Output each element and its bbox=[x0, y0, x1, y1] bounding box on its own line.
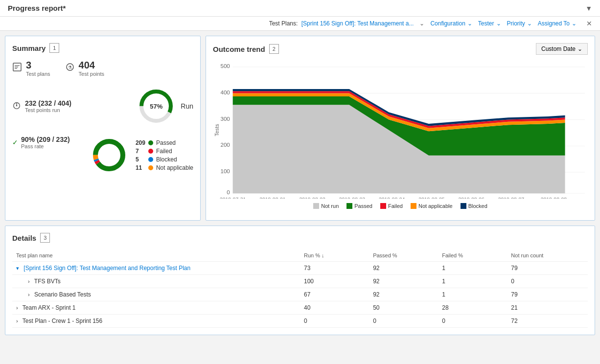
details-table: Test plan name Run % ↓ Passed % Failed %… bbox=[12, 250, 588, 328]
summary-title: Summary bbox=[12, 44, 46, 52]
legend-not-run: Not run bbox=[313, 203, 339, 209]
trend-title: Outcome trend bbox=[213, 45, 265, 53]
svg-text:2019-08-03: 2019-08-03 bbox=[339, 197, 366, 199]
summary-stats: 3 Test plans ⚗ 404 Test points bbox=[12, 60, 193, 77]
row-not-run: 72 bbox=[507, 315, 588, 328]
pass-rate-value: 90% (209 / 232) bbox=[21, 136, 70, 143]
filter-icon[interactable]: ▼ bbox=[585, 4, 592, 12]
top-panels: Summary 1 3 Test plans ⚗ bbox=[5, 36, 595, 221]
row-failed-pct: 1 bbox=[438, 288, 507, 301]
svg-text:2019-08-02: 2019-08-02 bbox=[299, 197, 325, 199]
test-points-label: Test points bbox=[79, 71, 105, 77]
row-run-pct: 73 bbox=[300, 262, 369, 275]
svg-text:100: 100 bbox=[220, 169, 230, 175]
page-title: Progress report* bbox=[8, 4, 66, 12]
summary-panel: Summary 1 3 Test plans ⚗ bbox=[5, 36, 201, 221]
summary-pass-section: ✓ 90% (209 / 232) Pass rate bbox=[12, 136, 193, 175]
expand-icon[interactable]: › bbox=[28, 278, 30, 284]
custom-date-button[interactable]: Custom Date ⌄ bbox=[536, 43, 588, 55]
chevron-down-icon: ⌄ bbox=[577, 46, 582, 52]
row-passed-pct: 92 bbox=[369, 262, 438, 275]
test-plans-icon bbox=[12, 62, 22, 74]
run-label: Run bbox=[181, 102, 193, 110]
summary-number: 1 bbox=[49, 43, 59, 53]
legend-failed-trend: Failed bbox=[380, 203, 403, 209]
failed-box bbox=[380, 203, 386, 209]
configuration-filter[interactable]: Configuration ⌄ bbox=[430, 20, 472, 27]
col-failed-pct: Failed % bbox=[438, 250, 507, 262]
row-name: › Test Plan - Crew 1 - Sprint 156 bbox=[12, 315, 300, 328]
table-row: ▾ [Sprint 156 Sign Off]: Test Management… bbox=[12, 262, 588, 275]
row-name: › Team ARX - Sprint 1 bbox=[12, 301, 300, 315]
test-points-stat: ⚗ 404 Test points bbox=[65, 60, 105, 77]
passed-box bbox=[346, 203, 352, 209]
chevron-down-icon: ⌄ bbox=[467, 20, 472, 27]
test-plans-label: Test Plans: [Sprint 156 Sign Off]: Test … bbox=[269, 20, 414, 27]
expand-icon[interactable]: › bbox=[28, 292, 30, 297]
chevron-down-icon: ⌄ bbox=[527, 20, 532, 27]
svg-point-8 bbox=[16, 105, 18, 106]
svg-text:200: 200 bbox=[220, 142, 230, 148]
svg-text:⚗: ⚗ bbox=[68, 65, 72, 70]
row-name[interactable]: ▾ [Sprint 156 Sign Off]: Test Management… bbox=[12, 262, 300, 275]
expand-icon[interactable]: › bbox=[16, 305, 18, 311]
outcome-trend-panel: Outcome trend 2 Custom Date ⌄ 500 400 30… bbox=[206, 36, 595, 221]
test-plans-value: 3 bbox=[26, 60, 50, 71]
run-percent-text: 57% bbox=[150, 103, 162, 110]
row-name-text: Team ARX - Sprint 1 bbox=[23, 304, 76, 311]
row-not-run: 0 bbox=[507, 275, 588, 288]
row-passed-pct: 50 bbox=[369, 301, 438, 315]
row-failed-pct: 1 bbox=[438, 275, 507, 288]
trend-header: Outcome trend 2 Custom Date ⌄ bbox=[213, 43, 588, 55]
svg-text:2019-08-01: 2019-08-01 bbox=[259, 197, 286, 199]
chevron-down-icon: ⌄ bbox=[572, 20, 577, 27]
row-name-text: Test Plan - Crew 1 - Sprint 156 bbox=[23, 318, 102, 324]
svg-text:2019-08-08: 2019-08-08 bbox=[541, 197, 567, 199]
row-passed-pct: 0 bbox=[369, 315, 438, 328]
row-name-text: TFS BVTs bbox=[34, 278, 61, 285]
trend-legend: Not run Passed Failed Not applicable bbox=[213, 203, 588, 209]
tester-filter[interactable]: Tester ⌄ bbox=[478, 20, 501, 27]
close-filter-icon[interactable]: ✕ bbox=[586, 20, 592, 27]
top-bar: Progress report* ▼ bbox=[0, 0, 600, 17]
legend-not-applicable-trend: Not applicable bbox=[411, 203, 453, 209]
legend-failed: 7 Failed bbox=[136, 148, 193, 155]
svg-text:300: 300 bbox=[220, 116, 230, 122]
summary-header: Summary 1 bbox=[12, 43, 193, 53]
test-plans-label: Test plans bbox=[26, 71, 50, 77]
test-plans-value[interactable]: [Sprint 156 Sign Off]: Test Management a… bbox=[301, 20, 414, 27]
trend-svg: 500 400 300 200 100 0 Tests bbox=[213, 62, 588, 199]
passed-dot bbox=[148, 140, 153, 145]
svg-text:500: 500 bbox=[220, 63, 230, 69]
pass-legend: 209 Passed 7 Failed 5 Blocked bbox=[136, 139, 193, 171]
col-run-pct[interactable]: Run % ↓ bbox=[300, 250, 369, 262]
pass-rate-icon: ✓ bbox=[12, 138, 18, 146]
test-plans-stat: 3 Test plans bbox=[12, 60, 50, 77]
expand-icon[interactable]: ▾ bbox=[16, 265, 19, 271]
not-applicable-box bbox=[411, 203, 416, 209]
assigned-to-filter[interactable]: Assigned To ⌄ bbox=[538, 20, 577, 27]
expand-icon[interactable]: › bbox=[16, 318, 18, 324]
legend-not-applicable: 11 Not applicable bbox=[136, 164, 193, 171]
svg-text:2019-08-06: 2019-08-06 bbox=[458, 197, 485, 199]
priority-filter[interactable]: Priority ⌄ bbox=[507, 20, 532, 27]
details-panel: Details 3 Test plan name Run % ↓ Passed … bbox=[5, 226, 595, 335]
row-not-run: 79 bbox=[507, 262, 588, 275]
row-not-run: 79 bbox=[507, 288, 588, 301]
failed-dot bbox=[148, 149, 153, 154]
legend-blocked-trend: Blocked bbox=[461, 203, 487, 209]
row-passed-pct: 92 bbox=[369, 275, 438, 288]
row-name-text[interactable]: [Sprint 156 Sign Off]: Test Management a… bbox=[23, 265, 190, 272]
legend-blocked: 5 Blocked bbox=[136, 156, 193, 163]
chevron-down-icon[interactable]: ⌄ bbox=[419, 20, 424, 27]
details-title: Details bbox=[12, 234, 36, 242]
svg-text:2019-08-04: 2019-08-04 bbox=[379, 197, 405, 199]
test-points-run-icon bbox=[12, 101, 21, 112]
row-failed-pct: 0 bbox=[438, 315, 507, 328]
blocked-box bbox=[461, 203, 466, 209]
col-passed-pct: Passed % bbox=[369, 250, 438, 262]
row-passed-pct: 92 bbox=[369, 288, 438, 301]
table-row: › Scenario Based Tests 67 92 1 79 bbox=[12, 288, 588, 301]
table-header-row: Test plan name Run % ↓ Passed % Failed %… bbox=[12, 250, 588, 262]
not-applicable-dot bbox=[148, 165, 153, 170]
